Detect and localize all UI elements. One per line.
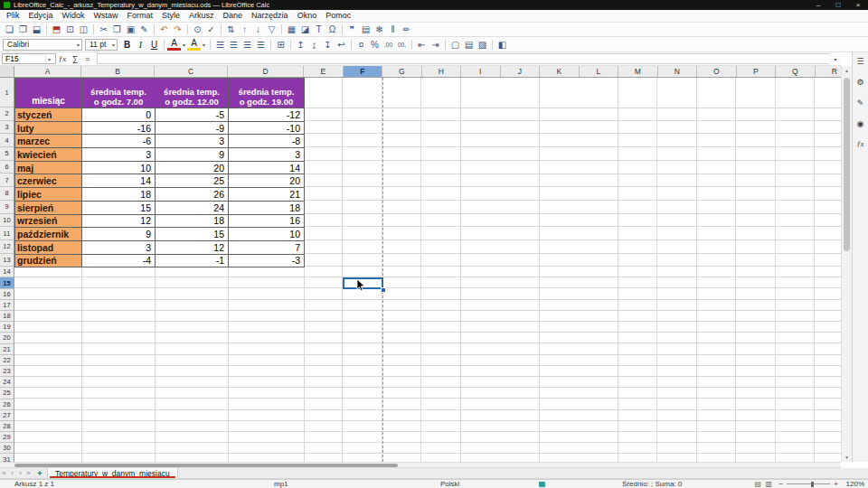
temp-12-cell[interactable]: 15 <box>156 228 229 241</box>
month-cell[interactable]: maj <box>15 162 82 175</box>
cut-icon[interactable]: ✂ <box>97 23 110 36</box>
column-header-O[interactable]: O <box>697 66 737 77</box>
border-color-icon[interactable]: ▨ <box>476 38 489 51</box>
column-header-M[interactable]: M <box>618 66 658 77</box>
row-header[interactable]: 9 <box>0 201 14 214</box>
save-document-icon[interactable]: ⬓ <box>30 23 43 36</box>
sort-descending-icon[interactable]: ↓ <box>251 23 265 36</box>
temp-19-cell[interactable]: 14 <box>229 162 305 175</box>
split-window-icon[interactable]: ‖ <box>386 23 400 36</box>
temp-7-cell[interactable]: -16 <box>82 122 156 136</box>
new-document-icon[interactable]: ❏ <box>3 23 16 36</box>
row-header-28[interactable]: 28 <box>0 421 14 432</box>
temp-7-cell[interactable]: -6 <box>82 135 156 148</box>
function-wizard-icon[interactable]: ƒx <box>56 54 69 63</box>
column-header-L[interactable]: L <box>580 66 619 77</box>
selection-summary[interactable]: Średnio: ; Suma: 0 <box>622 480 682 488</box>
temp-19-cell[interactable]: -10 <box>229 122 305 136</box>
temp-19-cell[interactable]: 3 <box>229 148 305 162</box>
temp-19-cell[interactable]: 16 <box>229 215 305 229</box>
temp-7-cell[interactable]: 0 <box>82 108 156 122</box>
zoom-in-button[interactable]: + <box>834 480 838 488</box>
insert-image-icon[interactable]: ▦ <box>285 23 298 36</box>
horizontal-scrollbar[interactable] <box>0 462 841 468</box>
table-header-temp-19[interactable]: średnia temp. o godz. 19.00 <box>229 79 305 108</box>
font-color-dropdown[interactable]: ▾ <box>181 42 187 48</box>
temp-12-cell[interactable]: 18 <box>156 215 229 229</box>
temp-19-cell[interactable]: 7 <box>229 241 305 255</box>
font-size-combo[interactable]: 11 pt ▾ <box>85 39 118 51</box>
first-sheet-icon[interactable]: « <box>0 469 8 477</box>
month-cell[interactable]: październik <box>15 228 82 241</box>
row-header[interactable]: 8 <box>0 187 14 201</box>
align-top-icon[interactable]: ↥ <box>294 38 307 51</box>
column-header-F[interactable]: F <box>344 66 383 77</box>
row-header-17[interactable]: 17 <box>0 300 14 311</box>
row-header[interactable]: 3 <box>0 121 14 135</box>
temp-12-cell[interactable]: 12 <box>156 241 229 255</box>
table-header-temp-12[interactable]: średnia temp. o godz. 12.00 <box>156 79 229 108</box>
vertical-scrollbar[interactable]: ▲ ▼ <box>841 66 852 462</box>
month-cell[interactable]: marzec <box>15 135 82 148</box>
scroll-up-icon[interactable]: ▲ <box>842 68 852 73</box>
temp-7-cell[interactable]: 14 <box>82 174 156 188</box>
scroll-down-icon[interactable]: ▼ <box>842 455 852 460</box>
styles-icon[interactable]: ✎ <box>857 99 864 108</box>
sheet-tab-active[interactable]: Temperatury_w_danym_miesiacu <box>47 468 178 478</box>
sort-ascending-icon[interactable]: ↑ <box>238 23 251 36</box>
column-header-N[interactable]: N <box>658 66 698 77</box>
row-header-25[interactable]: 25 <box>0 388 14 399</box>
border-style-icon[interactable]: ▤ <box>462 38 476 51</box>
font-color-icon[interactable]: A <box>167 38 181 51</box>
next-sheet-icon[interactable]: › <box>16 469 24 477</box>
column-header-P[interactable]: P <box>737 66 777 77</box>
font-name-combo[interactable]: Calibri ▾ <box>3 39 82 51</box>
menu-item[interactable]: Format <box>123 10 158 22</box>
wrap-text-icon[interactable]: ↩ <box>335 38 348 51</box>
menu-item[interactable]: Dane <box>219 10 248 22</box>
temp-19-cell[interactable]: -12 <box>229 108 305 122</box>
table-header-month[interactable]: miesiąc <box>15 79 82 108</box>
format-as-currency-icon[interactable]: ¤ <box>354 38 368 51</box>
month-cell[interactable]: grudzień <box>15 255 82 268</box>
align-center-icon[interactable]: ☰ <box>227 38 241 51</box>
month-cell[interactable]: czerwiec <box>15 174 82 188</box>
print-icon[interactable]: ⊡ <box>63 23 77 36</box>
column-header-I[interactable]: I <box>461 66 501 77</box>
chevron-down-icon[interactable]: ▾ <box>45 56 52 62</box>
select-all-corner[interactable] <box>0 66 14 77</box>
row-header-18[interactable]: 18 <box>0 311 14 322</box>
temp-12-cell[interactable]: 24 <box>156 202 229 215</box>
align-bottom-icon[interactable]: ↧ <box>321 38 335 51</box>
temp-7-cell[interactable]: 9 <box>82 228 156 241</box>
document-modified-icon[interactable] <box>539 482 545 487</box>
temp-12-cell[interactable]: 20 <box>156 162 229 175</box>
month-cell[interactable]: listopad <box>15 241 82 255</box>
highlighting-color-dropdown[interactable]: ▾ <box>201 42 207 48</box>
italic-icon[interactable]: I <box>134 38 147 51</box>
chevron-down-icon[interactable]: ▾ <box>109 42 115 48</box>
name-box[interactable] <box>3 54 45 63</box>
add-sheet-icon[interactable]: + <box>34 469 45 478</box>
zoom-out-button[interactable]: − <box>778 480 783 488</box>
row-header-16[interactable]: 16 <box>0 289 14 300</box>
formula-icon[interactable]: = <box>81 54 94 63</box>
horizontal-scrollbar-thumb[interactable] <box>14 464 398 467</box>
temp-12-cell[interactable]: 9 <box>156 148 229 162</box>
row-header[interactable]: 4 <box>0 134 14 147</box>
merge-cells-icon[interactable]: ⊞ <box>274 38 288 51</box>
temp-19-cell[interactable]: 10 <box>229 228 305 241</box>
temp-7-cell[interactable]: 3 <box>82 148 156 162</box>
month-cell[interactable]: kwiecień <box>15 148 82 162</box>
column-header-R[interactable]: R <box>816 66 842 77</box>
maximize-button[interactable]: □ <box>828 0 848 10</box>
align-right-icon[interactable]: ☰ <box>241 38 254 51</box>
view-page-break-icon[interactable]: ▥ <box>765 480 772 488</box>
delete-decimal-place-icon[interactable]: 00, <box>395 38 409 51</box>
page-style[interactable]: mp1 <box>274 480 288 488</box>
formula-input[interactable] <box>97 53 830 64</box>
spelling-icon[interactable]: ✓ <box>204 23 218 36</box>
row-header[interactable]: 10 <box>0 214 14 228</box>
row-header-21[interactable]: 21 <box>0 344 14 355</box>
column-header-A[interactable]: A <box>14 66 81 77</box>
